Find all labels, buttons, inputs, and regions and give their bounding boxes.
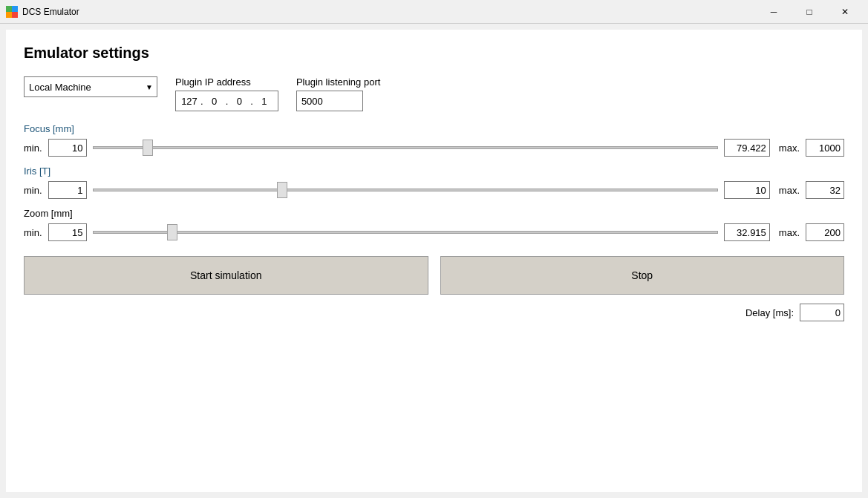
zoom-slider-row: min. max. xyxy=(24,223,844,241)
port-group: Plugin listening port xyxy=(296,76,380,111)
close-button[interactable]: ✕ xyxy=(828,1,862,23)
focus-current-input[interactable] xyxy=(724,139,770,157)
ip-inputs: . . . xyxy=(175,91,278,111)
iris-title: Iris [T] xyxy=(24,166,844,177)
zoom-title: Zoom [mm] xyxy=(24,208,844,219)
start-simulation-button[interactable]: Start simulation xyxy=(24,256,428,295)
port-input[interactable] xyxy=(296,91,363,111)
zoom-slider-wrapper xyxy=(93,223,718,241)
zoom-min-input[interactable] xyxy=(48,223,87,241)
delay-input[interactable] xyxy=(800,304,844,321)
ip-group: Plugin IP address . . . xyxy=(175,76,278,111)
iris-min-label: min. xyxy=(24,185,42,196)
maximize-button[interactable]: □ xyxy=(792,1,826,23)
focus-max-input[interactable] xyxy=(806,139,844,157)
svg-rect-0 xyxy=(6,6,12,12)
svg-rect-1 xyxy=(12,6,18,12)
app-title: DCS Emulator xyxy=(22,7,79,17)
port-label: Plugin listening port xyxy=(296,76,380,88)
title-bar: DCS Emulator ─ □ ✕ xyxy=(0,0,868,24)
focus-slider-row: min. max. xyxy=(24,139,844,157)
svg-rect-2 xyxy=(6,12,12,18)
ip-part-2[interactable] xyxy=(204,96,225,107)
connection-row: Local Machine Remote Machine ▼ Plugin IP… xyxy=(24,76,844,111)
zoom-current-input[interactable] xyxy=(724,223,770,241)
focus-slider-wrapper xyxy=(93,139,718,157)
title-bar-controls: ─ □ ✕ xyxy=(757,1,862,23)
iris-max-label: max. xyxy=(779,185,800,196)
iris-current-input[interactable] xyxy=(724,181,770,199)
delay-row: Delay [ms]: xyxy=(24,304,844,321)
zoom-slider[interactable] xyxy=(93,231,718,234)
zoom-section: Zoom [mm] min. max. xyxy=(24,208,844,241)
focus-min-input[interactable] xyxy=(48,139,87,157)
iris-section: Iris [T] min. max. xyxy=(24,166,844,199)
zoom-min-label: min. xyxy=(24,227,42,238)
machine-dropdown-wrapper[interactable]: Local Machine Remote Machine ▼ xyxy=(24,76,157,97)
focus-slider[interactable] xyxy=(93,146,718,149)
main-content: Emulator settings Local Machine Remote M… xyxy=(6,30,862,492)
zoom-max-label: max. xyxy=(779,227,800,238)
iris-slider-wrapper xyxy=(93,181,718,199)
focus-max-label: max. xyxy=(779,142,800,154)
iris-slider-row: min. max. xyxy=(24,181,844,199)
ip-part-1[interactable] xyxy=(179,96,200,107)
zoom-max-input[interactable] xyxy=(806,223,844,241)
stop-button[interactable]: Stop xyxy=(440,256,845,295)
ip-label: Plugin IP address xyxy=(175,76,278,88)
focus-min-label: min. xyxy=(24,142,42,154)
delay-label: Delay [ms]: xyxy=(745,307,794,318)
iris-slider[interactable] xyxy=(93,189,718,191)
buttons-row: Start simulation Stop xyxy=(24,256,844,295)
iris-max-input[interactable] xyxy=(806,181,844,199)
app-icon xyxy=(6,6,18,18)
machine-dropdown[interactable]: Local Machine Remote Machine xyxy=(24,76,157,97)
focus-title: Focus [mm] xyxy=(24,123,844,134)
section-title: Emulator settings xyxy=(24,45,844,62)
iris-min-input[interactable] xyxy=(48,181,87,199)
svg-rect-3 xyxy=(12,12,18,18)
title-bar-left: DCS Emulator xyxy=(6,6,79,18)
minimize-button[interactable]: ─ xyxy=(757,1,791,23)
ip-part-4[interactable] xyxy=(254,96,275,107)
ip-part-3[interactable] xyxy=(229,96,249,107)
focus-section: Focus [mm] min. max. xyxy=(24,123,844,157)
